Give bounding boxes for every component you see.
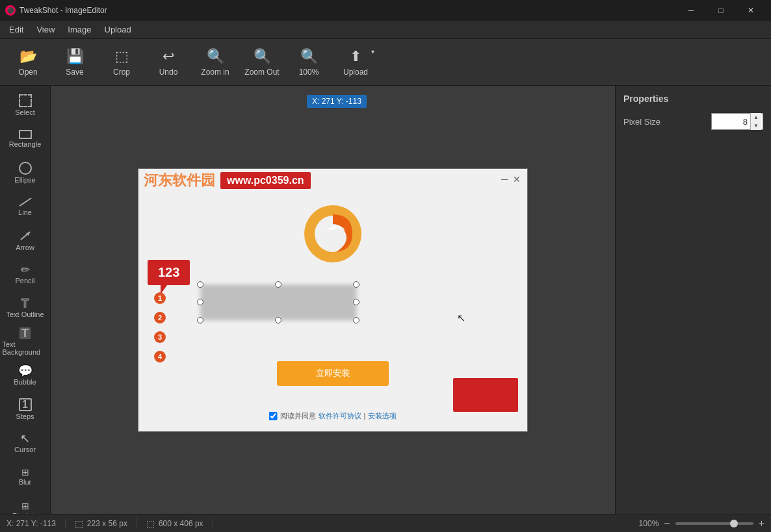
sidebar-item-rectangle[interactable]: Rectangle — [0, 122, 51, 156]
sel-handle-ml[interactable] — [197, 299, 203, 305]
install-label: 立即安装 — [316, 368, 350, 378]
bubble-icon: 💬 — [18, 365, 33, 377]
sidebar-item-line[interactable]: Line — [0, 190, 51, 223]
save-button[interactable]: 💾 Save — [52, 42, 98, 83]
window-minimize[interactable]: ─ — [501, 174, 508, 184]
zoom100-button[interactable]: 🔍 100% — [286, 42, 332, 83]
sel-handle-tm[interactable] — [275, 281, 281, 288]
steps-list: 1 2 3 4 — [154, 292, 166, 362]
minimize-button[interactable]: ─ — [676, 0, 706, 21]
step-item-4: 4 — [154, 351, 166, 362]
agree-checkbox[interactable] — [269, 412, 278, 420]
menu-edit[interactable]: Edit — [3, 22, 30, 37]
callout-number: 123 — [158, 265, 179, 279]
zoom100-icon: 🔍 — [300, 48, 318, 65]
titlebar-controls: ─ □ ✕ — [676, 0, 766, 21]
step-item-3: 3 — [154, 331, 166, 343]
install-opts-link[interactable]: 安装选项 — [368, 411, 397, 421]
license-link[interactable]: 软件许可协议 — [319, 411, 361, 421]
editor-canvas[interactable]: 河东软件园 www.pc0359.cn ─ ✕ 123 — [138, 168, 528, 432]
sidebar-item-pixelate[interactable]: ⊞ Pixelate — [0, 494, 51, 514]
sidebar-item-ellipse[interactable]: Ellipse — [0, 156, 51, 190]
watermark-title: 河东软件园 — [138, 171, 220, 190]
zoomin-label: Zoom in — [201, 68, 229, 77]
sidebar-item-arrow[interactable]: Arrow — [0, 223, 51, 257]
pixel-size-spinner: ▲ ▼ — [750, 113, 761, 130]
undo-button[interactable]: ↩ Undo — [146, 42, 191, 83]
sidebar-label-text-background: Text Background — [3, 340, 48, 356]
menu-upload[interactable]: Upload — [98, 22, 138, 37]
coords-value: X: 271 Y: -113 — [7, 519, 56, 528]
sel-handle-bl[interactable] — [197, 317, 203, 323]
separator: | — [364, 412, 366, 420]
pencil-icon: ✏ — [21, 264, 30, 275]
window-close[interactable]: ✕ — [513, 174, 521, 184]
step-item-1: 1 — [154, 292, 166, 304]
sidebar-label-pencil: Pencil — [16, 277, 35, 285]
crop-button[interactable]: ⬚ Crop — [99, 42, 144, 83]
logo-area — [138, 201, 527, 266]
titlebar-left: ⚫ TweakShot - ImageEditor — [5, 5, 107, 16]
sidebar-item-select[interactable]: Select — [0, 88, 51, 122]
save-icon: 💾 — [66, 48, 84, 65]
zoomout-icon: 🔍 — [254, 48, 271, 65]
sidebar-label-steps: Steps — [16, 412, 34, 420]
dimensions-value: 600 x 406 px — [159, 519, 203, 528]
close-button[interactable]: ✕ — [736, 0, 766, 21]
step-num-3: 3 — [154, 331, 166, 343]
rectangle-icon — [19, 130, 32, 139]
zoom-value: 100% — [639, 519, 659, 528]
sidebar-label-pixelate: Pixelate — [12, 512, 38, 514]
sidebar-item-steps[interactable]: 1 Steps — [0, 392, 51, 426]
sidebar-label-blur: Blur — [19, 478, 32, 486]
sidebar-label-bubble: Bubble — [14, 378, 36, 386]
menu-image[interactable]: Image — [61, 22, 98, 37]
sidebar-item-text-outline[interactable]: T Text Outline — [0, 291, 51, 325]
menu-view[interactable]: View — [30, 22, 61, 37]
pixel-size-decrement[interactable]: ▼ — [751, 121, 761, 130]
zoomin-button[interactable]: 🔍 Zoom in — [192, 42, 238, 83]
zoom-slider[interactable] — [675, 522, 753, 525]
sel-handle-mr[interactable] — [353, 299, 359, 305]
sidebar-item-blur[interactable]: ⊞ Blur — [0, 460, 51, 494]
zoomout-label: Zoom Out — [244, 68, 279, 77]
sel-handle-br[interactable] — [353, 317, 359, 323]
app-icon: ⚫ — [5, 5, 16, 16]
canvas-cursor: ↖ — [457, 312, 465, 324]
pixelate-icon: ⊞ — [21, 501, 29, 511]
sidebar: Select Rectangle Ellipse Line Arrow ✏ Pe… — [0, 86, 51, 514]
zoomout-button[interactable]: 🔍 Zoom Out — [239, 42, 285, 83]
upload-button[interactable]: ⬆ Upload — [333, 42, 378, 83]
coords-section: X: 271 Y: -113 — [7, 519, 66, 528]
pixel-size-increment[interactable]: ▲ — [751, 113, 761, 121]
steps-icon: 1 — [19, 398, 32, 411]
sel-handle-bm[interactable] — [275, 317, 281, 323]
maximize-button[interactable]: □ — [706, 0, 736, 21]
zoom-thumb[interactable] — [730, 520, 738, 527]
sel-handle-tl[interactable] — [197, 281, 203, 288]
step-num-2: 2 — [154, 312, 166, 323]
sidebar-label-cursor: Cursor — [14, 446, 36, 453]
dimensions-icon: ⬚ — [146, 518, 155, 529]
titlebar: ⚫ TweakShot - ImageEditor ─ □ ✕ — [0, 0, 771, 21]
sidebar-item-pencil[interactable]: ✏ Pencil — [0, 257, 51, 291]
step-num-1: 1 — [154, 292, 166, 304]
zoom100-label: 100% — [299, 68, 319, 77]
canvas-area[interactable]: X: 271 Y: -113 河东软件园 www.pc0359.cn ─ ✕ — [51, 86, 615, 514]
open-button[interactable]: 📂 Open — [5, 42, 51, 83]
checkbox-label: 阅读并同意 — [280, 411, 316, 421]
install-button[interactable]: 立即安装 — [277, 361, 389, 386]
sidebar-item-cursor[interactable]: ↖ Cursor — [0, 426, 51, 460]
selection-value: 223 x 56 px — [87, 519, 127, 528]
zoom-minus-button[interactable]: − — [664, 518, 670, 529]
selection-icon: ⬚ — [75, 518, 83, 529]
text-background-icon: T — [20, 327, 31, 339]
arrow-icon — [18, 229, 33, 242]
pixel-size-input[interactable]: 8 ▲ ▼ — [711, 113, 763, 130]
sidebar-item-text-background[interactable]: T Text Background — [0, 325, 51, 359]
sidebar-item-bubble[interactable]: 💬 Bubble — [0, 359, 51, 392]
zoom-section: 100% − + — [639, 518, 764, 529]
sel-handle-tr[interactable] — [353, 281, 359, 288]
zoomin-icon: 🔍 — [207, 48, 224, 65]
zoom-plus-button[interactable]: + — [759, 518, 764, 529]
